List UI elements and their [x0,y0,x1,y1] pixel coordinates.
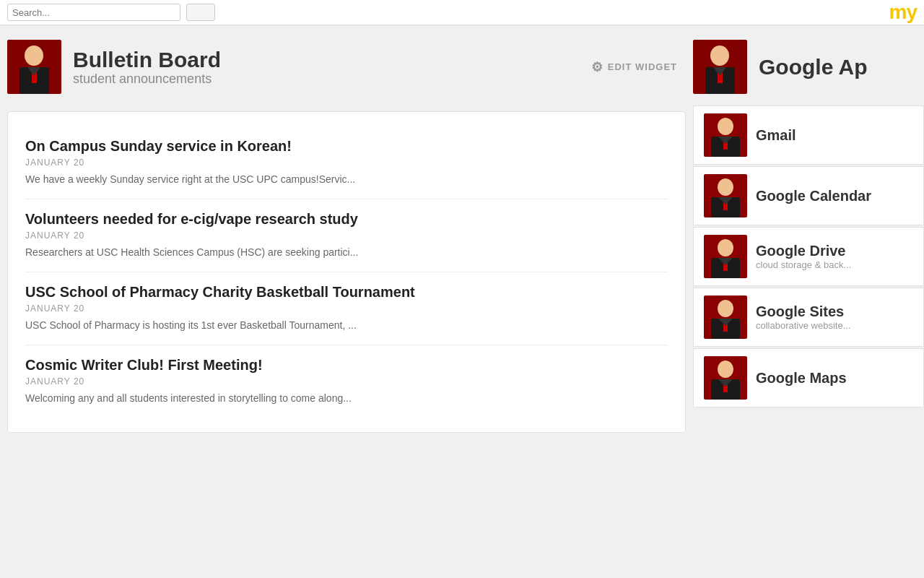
post-date: JANUARY 20 [25,376,668,387]
post-title[interactable]: Volunteers needed for e-cig/vape researc… [25,211,668,228]
post-item: Volunteers needed for e-cig/vape researc… [25,199,668,272]
google-maps-name: Google Maps [756,370,847,387]
post-preview: We have a weekly Sunday service right at… [25,172,668,187]
post-item: USC School of Pharmacy Charity Basketbal… [25,272,668,345]
svg-point-21 [718,178,733,196]
post-date: JANUARY 20 [25,303,668,314]
gear-icon: ⚙ [591,59,603,75]
post-preview: Welcoming any and all students intereste… [25,391,668,406]
gmail-item[interactable]: Gmail [693,105,924,165]
google-sites-info: Google Sites collaborative website... [756,303,851,331]
svg-point-15 [718,118,733,135]
svg-point-39 [718,361,733,378]
post-date: JANUARY 20 [25,230,668,241]
google-calendar-item[interactable]: Google Calendar [693,166,924,225]
widget-header: Bulletin Board student announcements ⚙ E… [7,33,686,101]
right-panel: Google Ap Gmail [693,33,924,433]
post-preview: USC School of Pharmacy is hosting its 1s… [25,318,668,333]
post-title[interactable]: Cosmic Writer Club! First Meeting! [25,357,668,374]
post-title[interactable]: USC School of Pharmacy Charity Basketbal… [25,284,668,301]
bulletin-card: On Campus Sunday service in Korean! JANU… [7,111,686,433]
edit-widget-label: EDIT WIDGET [608,61,677,72]
search-button[interactable] [186,4,215,21]
post-title[interactable]: On Campus Sunday service in Korean! [25,138,668,155]
widget-subtitle: student announcements [73,72,583,87]
google-calendar-info: Google Calendar [756,188,871,204]
google-maps-avatar [704,356,747,400]
google-calendar-avatar [704,174,747,217]
top-bar: my [0,0,924,25]
google-maps-item[interactable]: Google Maps [693,348,924,407]
widget-title-block: Bulletin Board student announcements [73,48,583,87]
gmail-name: Gmail [756,127,796,144]
google-drive-avatar [704,235,747,278]
post-preview: Researchers at USC Health Sciences Campu… [25,245,668,260]
gmail-avatar [704,113,747,157]
widget-title: Bulletin Board [73,48,583,72]
google-calendar-name: Google Calendar [756,188,871,204]
google-apps-title: Google Ap [759,55,924,79]
google-apps-avatar [693,40,747,94]
svg-point-27 [718,239,733,256]
google-drive-info: Google Drive cloud storage & back... [756,243,851,270]
bulletin-avatar [7,40,61,94]
google-sites-avatar [704,296,747,339]
google-sites-name: Google Sites [756,303,851,320]
post-item: Cosmic Writer Club! First Meeting! JANUA… [25,345,668,418]
post-date: JANUARY 20 [25,158,668,168]
main-container: Bulletin Board student announcements ⚙ E… [0,25,924,433]
google-apps-title-block: Google Ap [759,55,924,79]
google-sites-desc: collaborative website... [756,320,851,331]
post-item: On Campus Sunday service in Korean! JANU… [25,126,668,199]
svg-point-33 [718,300,733,317]
bulletin-panel: Bulletin Board student announcements ⚙ E… [0,33,693,433]
google-drive-name: Google Drive [756,243,851,259]
gmail-info: Gmail [756,127,796,144]
search-input[interactable] [7,4,180,21]
svg-point-2 [25,46,43,66]
edit-widget-button[interactable]: ⚙ EDIT WIDGET [583,55,686,79]
google-apps-header: Google Ap [693,33,924,101]
google-drive-desc: cloud storage & back... [756,259,851,270]
google-maps-info: Google Maps [756,370,847,387]
logo: my [889,1,917,24]
google-sites-item[interactable]: Google Sites collaborative website... [693,288,924,347]
google-drive-item[interactable]: Google Drive cloud storage & back... [693,227,924,286]
svg-point-9 [710,46,729,66]
